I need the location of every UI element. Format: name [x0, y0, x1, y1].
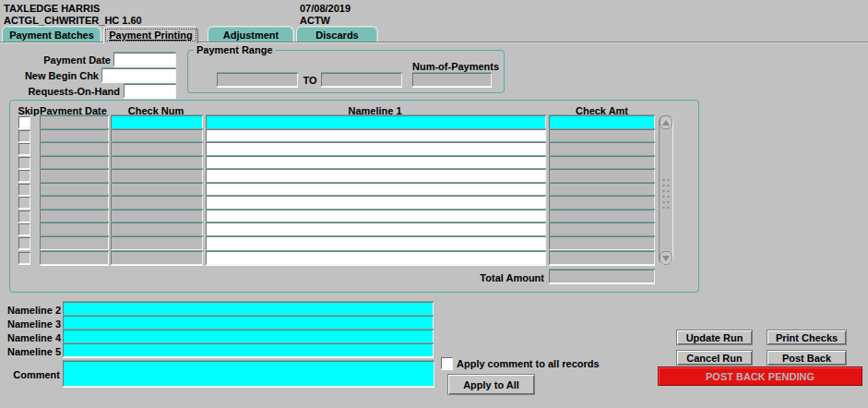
row-nameline1-field[interactable]: [206, 156, 546, 170]
row-nameline1-field[interactable]: [206, 210, 546, 223]
update-run-button[interactable]: Update Run: [676, 330, 753, 345]
header-date: 07/08/2019: [300, 3, 351, 14]
col-header-skip: Skip: [15, 105, 42, 116]
row-check-amt-field: [549, 129, 655, 143]
row-check-amt-field: [549, 183, 655, 197]
nameline5-field[interactable]: [63, 343, 434, 357]
payment-date-field[interactable]: [113, 53, 176, 66]
post-back-pending-banner: POST BACK PENDING: [658, 366, 862, 386]
apply-comment-checkbox[interactable]: [441, 357, 453, 369]
row-check-amt-field: [549, 210, 655, 223]
nameline3-label: Nameline 3: [7, 318, 60, 330]
row-skip-checkbox[interactable]: [18, 237, 30, 249]
row-skip-checkbox[interactable]: [18, 130, 30, 142]
row-skip-checkbox[interactable]: [18, 157, 30, 169]
row-check-amt-field: [549, 196, 655, 210]
row-nameline1-field[interactable]: [206, 251, 546, 265]
row-check-num-field: [111, 142, 203, 156]
row-payment-date-field: [40, 222, 109, 236]
tab-payment-batches[interactable]: Payment Batches: [2, 26, 101, 42]
row-check-amt-field: [549, 251, 655, 265]
tab-label: Payment Printing: [105, 29, 196, 42]
row-skip-checkbox[interactable]: [18, 143, 30, 155]
row-check-num-field: [111, 236, 203, 250]
application-window: TAXLEDGE HARRIS 07/08/2019 ACTGL_CHWRITE…: [0, 0, 868, 408]
scrollbar-thumb[interactable]: [661, 177, 670, 210]
payment-date-label: Payment Date: [18, 54, 111, 66]
scroll-up-button[interactable]: [660, 115, 672, 129]
tab-adjustment[interactable]: Adjustment: [208, 26, 294, 42]
row-nameline1-field[interactable]: [206, 222, 546, 236]
comment-field[interactable]: [63, 361, 434, 387]
tab-label: Adjustment: [223, 30, 279, 41]
row-skip-checkbox[interactable]: [18, 184, 30, 196]
apply-comment-label: Apply comment to all records: [457, 358, 600, 369]
post-back-button[interactable]: Post Back: [767, 350, 847, 366]
row-check-amt-field: [549, 236, 655, 250]
row-check-amt-field: [549, 169, 655, 183]
row-skip-checkbox[interactable]: [18, 223, 30, 235]
apply-to-all-button[interactable]: Apply to All: [447, 374, 535, 395]
tab-label: Payment Batches: [9, 30, 94, 41]
row-skip-checkbox[interactable]: [18, 116, 30, 128]
module-title: ACTGL_CHWRITER_HC 1.60: [4, 15, 142, 26]
row-payment-date-field: [40, 142, 109, 156]
row-nameline1-field[interactable]: [206, 196, 546, 210]
row-skip-checkbox[interactable]: [18, 197, 30, 209]
row-payment-date-field: [40, 129, 109, 143]
num-of-payments-field: [412, 73, 492, 87]
new-begin-chk-field[interactable]: [101, 68, 176, 82]
row-check-num-field[interactable]: [111, 115, 203, 129]
row-payment-date-field: [40, 210, 109, 223]
payment-range-title: Payment Range: [194, 44, 276, 55]
app-title: TAXLEDGE HARRIS: [4, 3, 100, 14]
row-nameline1-field[interactable]: [206, 183, 546, 197]
tab-payment-printing[interactable]: Payment Printing: [103, 26, 198, 43]
header-code: ACTW: [300, 15, 330, 26]
row-nameline1-field[interactable]: [206, 115, 546, 129]
row-check-num-field: [111, 251, 203, 265]
nameline3-field[interactable]: [63, 316, 434, 330]
row-check-amt-field: [549, 156, 655, 170]
new-begin-chk-label: New Begin Chk: [9, 70, 99, 81]
row-check-amt-field[interactable]: [549, 115, 655, 129]
row-nameline1-field[interactable]: [206, 129, 546, 143]
payment-range-from-field: [217, 73, 298, 87]
print-checks-button[interactable]: Print Checks: [767, 330, 847, 345]
nameline2-field[interactable]: [63, 302, 434, 316]
row-check-num-field: [111, 222, 203, 236]
cancel-run-button[interactable]: Cancel Run: [676, 350, 753, 366]
row-payment-date-field: [40, 115, 109, 129]
up-arrow-icon: [662, 120, 670, 126]
row-nameline1-field[interactable]: [206, 169, 546, 183]
row-nameline1-field[interactable]: [206, 142, 546, 156]
comment-label: Comment: [7, 369, 60, 380]
total-amount-label: Total Amount: [434, 272, 544, 283]
row-payment-date-field: [40, 236, 109, 250]
row-payment-date-field: [40, 156, 109, 170]
payment-range-to-field: [321, 73, 402, 87]
total-amount-field: [549, 270, 655, 283]
nameline4-label: Nameline 4: [7, 332, 60, 343]
row-skip-checkbox[interactable]: [18, 170, 30, 182]
row-skip-checkbox[interactable]: [18, 210, 30, 222]
num-of-payments-label: Num-of-Payments: [412, 61, 493, 72]
row-check-num-field: [111, 169, 203, 183]
row-payment-date-field: [40, 183, 109, 197]
payment-range-to-label: TO: [301, 75, 319, 86]
row-check-num-field: [111, 156, 203, 170]
scroll-down-button[interactable]: [660, 251, 672, 265]
requests-on-hand-field[interactable]: [124, 84, 176, 98]
row-check-num-field: [111, 183, 203, 197]
nameline4-field[interactable]: [63, 330, 434, 343]
row-check-num-field: [111, 129, 203, 143]
row-skip-checkbox[interactable]: [18, 252, 30, 264]
requests-on-hand-label: Requests-On-Hand: [9, 86, 120, 97]
row-nameline1-field[interactable]: [206, 236, 546, 250]
tab-label: Discards: [315, 30, 358, 41]
tab-discards[interactable]: Discards: [296, 26, 378, 42]
nameline5-label: Nameline 5: [7, 346, 60, 357]
row-check-num-field: [111, 196, 203, 210]
grid-scrollbar[interactable]: [659, 115, 673, 265]
down-arrow-icon: [662, 256, 670, 261]
